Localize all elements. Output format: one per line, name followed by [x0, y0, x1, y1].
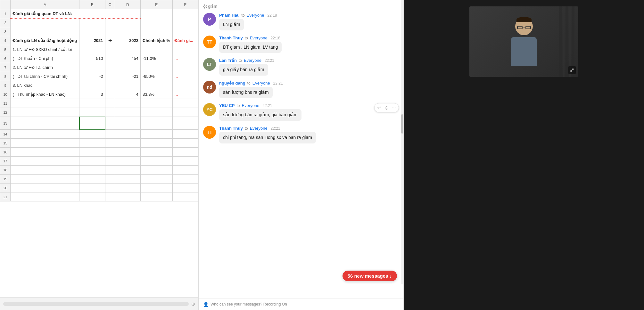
more-options-icon[interactable]: ···	[392, 105, 396, 111]
avatar: LT	[203, 58, 216, 71]
sender-name: Thanh Thuy	[219, 36, 243, 40]
table-row: 21	[0, 192, 198, 201]
table-row: 9 3. LN khác	[0, 81, 198, 90]
avatar: TT	[203, 126, 216, 139]
table-row: 12	[0, 108, 198, 117]
recipient-name: Everyone	[242, 103, 259, 108]
ln-header: Đánh giá LN của từng hoạt động	[11, 36, 79, 45]
horizontal-scrollbar[interactable]	[3, 302, 189, 306]
video-thumbnail: ⤢	[469, 6, 578, 77]
privacy-notice: 👤 Who can see your messages? Recording O…	[203, 302, 399, 307]
col-d-header: D	[115, 0, 140, 9]
table-row: 6 (= DT thuần - Chi phí) 510 454 -11.0%	[0, 54, 198, 63]
table-row: 17	[0, 157, 198, 166]
sender-name: Pham Hau	[219, 13, 240, 18]
table-row: 7 2. LN từ HĐ Tài chính	[0, 63, 198, 72]
table-row: 14	[0, 130, 198, 139]
message-text: LN giảm	[219, 19, 244, 30]
table-row: 16	[0, 148, 198, 157]
chat-footer: 👤 Who can see your messages? Recording O…	[199, 298, 403, 310]
sender-name: Thanh Thuy	[219, 126, 243, 131]
message-text: chi phi tang, ma san luong sx va ban ra …	[219, 132, 316, 143]
avatar: nđ	[203, 81, 216, 94]
to-label: to	[239, 58, 242, 63]
new-messages-button[interactable]: 56 new messages ↓	[343, 271, 397, 281]
message-text: DT giam , LN giam, LV tang	[219, 42, 282, 53]
reply-icon[interactable]: ↩	[377, 105, 381, 111]
timestamp: 22:21	[271, 126, 280, 131]
timestamp: 22:21	[265, 58, 274, 63]
recipient-name: Everyone	[250, 36, 268, 40]
spreadsheet-panel: A B C D E F 1 Đánh giá tổng quan DT và L…	[0, 0, 199, 310]
recipient-name: Everyone	[244, 58, 261, 63]
col-extra-header: Đánh gi...	[172, 36, 198, 45]
avatar: P	[203, 13, 216, 26]
recipient-name: Everyone	[252, 81, 270, 86]
list-item: P Pham Hau to Everyone 22:18 LN giảm	[199, 10, 403, 32]
col-f-header: F	[172, 0, 198, 9]
spreadsheet-content: A B C D E F 1 Đánh giá tổng quan DT và L…	[0, 0, 198, 297]
person-head	[515, 18, 533, 35]
to-label: to	[245, 126, 248, 131]
col-2022-header: 2022	[115, 36, 140, 45]
message-body: nguyễn đàng to Everyone 22:21 sản lượng …	[219, 81, 399, 98]
avatar: YC	[203, 103, 216, 116]
chat-scroll-thumb	[401, 114, 403, 134]
privacy-icon: 👤	[203, 302, 209, 307]
row-header	[0, 0, 11, 9]
sender-name: YEU CP	[219, 103, 235, 108]
message-body: Lan Trần to Everyone 22:21 giá giấy bán …	[219, 58, 399, 76]
col-b-header: B	[79, 0, 105, 9]
timestamp: 22:18	[268, 13, 277, 18]
sender-name: nguyễn đàng	[219, 81, 245, 86]
table-row: 13	[0, 117, 198, 130]
table-row: 5 1. LN từ HĐ SXKD chính/ cốt lõi	[0, 45, 198, 54]
message-text: sản lượng bns ra giảm	[219, 87, 273, 98]
list-item: ột giảm	[199, 0, 403, 10]
recipient-name: Everyone	[250, 126, 268, 131]
table-row: 3	[0, 27, 198, 36]
expand-video-icon[interactable]: ⤢	[568, 66, 576, 74]
table-row: 2	[0, 18, 198, 27]
spreadsheet-footer: ⊕	[0, 297, 198, 310]
message-body: Thanh Thuy to Everyone 22:18 DT giam , L…	[219, 36, 399, 53]
chat-scrollbar[interactable]	[401, 0, 403, 284]
table-row: 18	[0, 166, 198, 175]
message-text: sản lượng bán ra giảm, giá bán giảm	[219, 109, 301, 121]
message-text: giá giấy bán ra giảm	[219, 64, 268, 76]
recipient-name: Everyone	[247, 13, 264, 18]
selected-cell[interactable]	[79, 117, 105, 130]
col-a-header: A	[11, 0, 79, 9]
table-row: 8 (= DT tài chính - CP tài chính) -2 -21…	[0, 72, 198, 81]
emoji-icon[interactable]: ☺	[384, 105, 389, 111]
message-actions: ↩ ☺ ···	[374, 103, 399, 112]
list-item: YC YEU CP to Everyone 22:21 sản lượng bá…	[199, 100, 403, 123]
message-body: YEU CP to Everyone 22:21 sản lượng bán r…	[219, 103, 399, 121]
chat-messages: ột giảm P Pham Hau to Everyone 22:18 LN …	[199, 0, 403, 298]
resize-icon[interactable]: ⊕	[191, 301, 195, 306]
to-label: to	[245, 36, 248, 40]
col-e-header: E	[141, 0, 172, 9]
list-item: TT Thanh Thuy to Everyone 22:18 DT giam …	[199, 32, 403, 55]
table-row: 4 Đánh giá LN của từng hoạt động 2021 ✛ …	[0, 36, 198, 45]
header-cell: Đánh giá tổng quan DT và LN:	[11, 9, 141, 18]
col-pct-header: Chênh lệch %	[141, 36, 172, 45]
person-body	[511, 37, 537, 66]
chat-panel: ột giảm P Pham Hau to Everyone 22:18 LN …	[199, 0, 404, 310]
table-row: 19	[0, 175, 198, 184]
avatar: TT	[203, 36, 216, 48]
timestamp: 22:18	[271, 36, 280, 40]
table-row: 20	[0, 184, 198, 192]
list-item: LT Lan Trần to Everyone 22:21 giá giấy b…	[199, 55, 403, 78]
timestamp: 22:21	[273, 81, 283, 86]
table-row: 11	[0, 99, 198, 108]
col-2021-header: 2021	[79, 36, 105, 45]
timestamp: 22:21	[262, 103, 272, 108]
list-item: TT Thanh Thuy to Everyone 22:21 chi phi …	[199, 123, 403, 145]
col-c-header: C	[105, 0, 115, 9]
to-label: to	[247, 81, 251, 86]
spreadsheet-table: A B C D E F 1 Đánh giá tổng quan DT và L…	[0, 0, 198, 201]
list-item: nđ nguyễn đàng to Everyone 22:21 sản lượ…	[199, 78, 403, 100]
sender-name: Lan Trần	[219, 58, 237, 63]
table-row: 10 (= Thu nhập khác - LN khác) 3 4 33.3%	[0, 90, 198, 99]
